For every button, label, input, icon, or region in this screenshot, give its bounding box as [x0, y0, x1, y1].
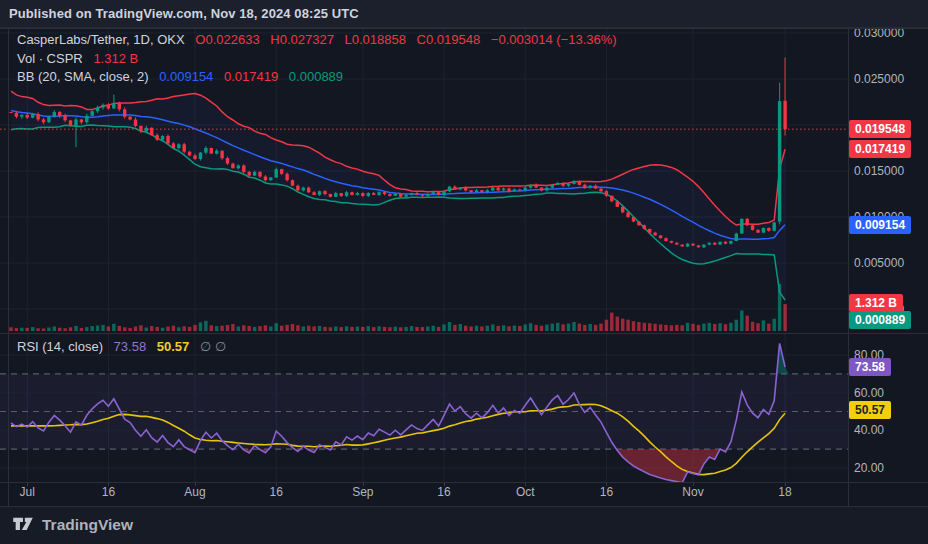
candle-body: [280, 169, 283, 174]
candle-body: [621, 207, 624, 213]
bb-label[interactable]: BB (20, SMA, close, 2): [17, 69, 149, 84]
volume-bar: [713, 324, 716, 331]
volume-bar: [166, 327, 169, 332]
candle-body: [172, 143, 175, 148]
candle-body: [702, 245, 705, 248]
volume-bar: [746, 316, 749, 331]
volume-bar: [762, 320, 765, 331]
candle-body: [85, 116, 88, 122]
price-axis[interactable]: 0.0300000.0250000.0200000.0150000.010000…: [849, 28, 928, 506]
volume-bar: [561, 324, 564, 331]
volume-bar: [69, 327, 72, 331]
time-axis-label[interactable]: Jul: [10, 485, 44, 499]
price-axis-label: 0.025000: [854, 72, 904, 86]
candle-body: [746, 219, 749, 225]
time-axis-label[interactable]: Sep: [346, 485, 380, 499]
volume-bar: [356, 327, 359, 332]
candle-body: [469, 190, 472, 192]
candle-body: [312, 192, 315, 195]
rsi-hidden-values: ∅ ∅: [200, 339, 226, 354]
volume-bar: [361, 327, 364, 331]
time-axis-label[interactable]: 16: [91, 485, 125, 499]
candle-body: [9, 112, 12, 113]
candle-body: [361, 193, 364, 196]
candle-body: [751, 225, 754, 230]
volume-bar: [599, 324, 602, 331]
bb-lower-value: 0.000889: [289, 69, 343, 84]
time-axis-label[interactable]: Oct: [508, 485, 542, 499]
volume-bar: [437, 327, 440, 331]
bb-basis-value: 0.009154: [159, 69, 213, 84]
candle-body: [767, 228, 770, 231]
candle-body: [556, 183, 559, 185]
pane-separator[interactable]: [0, 333, 928, 334]
volume-bar: [150, 326, 153, 331]
candle-body: [156, 135, 159, 140]
volume-bar: [63, 328, 66, 331]
candle-body: [199, 153, 202, 159]
volume-bar: [302, 327, 305, 332]
candle-body: [545, 188, 548, 191]
candle-body: [778, 101, 781, 222]
volume-bar: [101, 325, 104, 331]
candle-body: [589, 186, 592, 188]
volume-bar: [486, 326, 489, 331]
price-axis-badge: 0.019548: [849, 120, 911, 138]
time-axis-label[interactable]: 16: [427, 485, 461, 499]
volume-bar: [697, 325, 700, 331]
volume-bar: [258, 326, 261, 331]
time-axis-label[interactable]: Aug: [178, 485, 212, 499]
candle-body: [567, 184, 570, 186]
volume-bar: [329, 327, 332, 331]
volume-bar: [394, 327, 397, 331]
footer-border: [0, 506, 928, 507]
volume-bar: [291, 324, 294, 331]
rsi-label[interactable]: RSI (14, close): [17, 339, 103, 354]
published-text: Published on TradingView.com, Nov 18, 20…: [9, 6, 359, 21]
volume-bar: [480, 327, 483, 332]
candle-body: [242, 166, 245, 172]
candle-body: [340, 193, 343, 196]
candle-body: [599, 189, 602, 192]
candle-body: [193, 155, 196, 159]
volume-bar: [123, 327, 126, 331]
volume-bar: [540, 326, 543, 331]
tradingview-brand[interactable]: TradingView: [42, 516, 133, 534]
volume-bar: [193, 325, 196, 331]
candle-body: [762, 228, 765, 233]
candle-body: [648, 229, 651, 233]
time-axis-label[interactable]: Nov: [676, 485, 710, 499]
candle-body: [166, 136, 169, 143]
volume-bar: [334, 327, 337, 332]
volume-bar: [545, 325, 548, 331]
price-axis-separator: [848, 28, 849, 506]
candle-body: [773, 223, 776, 231]
tradingview-logo-icon[interactable]: [12, 516, 34, 534]
symbol-title[interactable]: CasperLabs/Tether, 1D, OKX: [17, 32, 185, 47]
candle-body: [269, 177, 272, 180]
volume-bar: [204, 321, 207, 331]
volume-label[interactable]: Vol · CSPR: [17, 51, 83, 66]
volume-bar: [253, 327, 256, 331]
candle-body: [291, 180, 294, 186]
volume-bar: [269, 327, 272, 332]
time-axis-label[interactable]: 16: [589, 485, 623, 499]
candle-body: [258, 172, 261, 177]
main-legend: CasperLabs/Tether, 1D, OKX O0.022633 H0.…: [17, 31, 617, 87]
change-value: −0.003014 (−13.36%): [491, 32, 617, 47]
candle-body: [708, 243, 711, 245]
time-axis-label[interactable]: 16: [259, 485, 293, 499]
candle-body: [529, 185, 532, 188]
volume-bar: [107, 327, 110, 332]
volume-bar: [345, 326, 348, 331]
volume-bar: [464, 326, 467, 331]
candle-body: [248, 172, 251, 176]
time-axis[interactable]: Jul16Aug16Sep16Oct16Nov18: [0, 482, 848, 506]
candle-body: [697, 246, 700, 248]
time-axis-label[interactable]: 18: [768, 485, 802, 499]
rsi-axis-badge: 73.58: [849, 358, 891, 376]
volume-bar: [156, 327, 159, 331]
candle-body: [437, 192, 440, 195]
volume-bar: [724, 324, 727, 331]
low-value: L0.018858: [345, 32, 406, 47]
